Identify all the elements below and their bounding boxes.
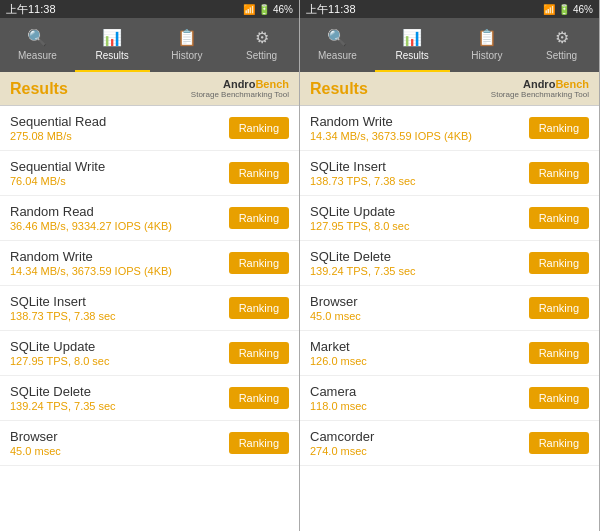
bench-item: SQLite Insert 138.73 TPS, 7.38 sec Ranki… (0, 286, 299, 331)
history-icon: 📋 (477, 28, 497, 47)
results-header: Results AndroBench Storage Benchmarking … (0, 72, 299, 106)
nav-item-measure[interactable]: 🔍 Measure (300, 18, 375, 72)
results-label: Results (395, 50, 428, 61)
bench-item: Sequential Read 275.08 MB/s Ranking (0, 106, 299, 151)
nav-item-measure[interactable]: 🔍 Measure (0, 18, 75, 72)
nav-bar: 🔍 Measure 📊 Results 📋 History ⚙ Setting (300, 18, 599, 72)
ranking-button[interactable]: Ranking (529, 207, 589, 229)
bench-item-name: Sequential Write (10, 159, 229, 174)
status-bar: 上午11:38 📶 🔋 46% (0, 0, 299, 18)
ranking-button[interactable]: Ranking (229, 252, 289, 274)
bench-item-name: SQLite Insert (310, 159, 529, 174)
bench-item-info: SQLite Insert 138.73 TPS, 7.38 sec (310, 159, 529, 187)
results-label: Results (95, 50, 128, 61)
bench-item-info: SQLite Update 127.95 TPS, 8.0 sec (310, 204, 529, 232)
bench-item-info: Browser 45.0 msec (310, 294, 529, 322)
bench-item-name: SQLite Delete (310, 249, 529, 264)
bench-item-info: Market 126.0 msec (310, 339, 529, 367)
results-icon: 📊 (402, 28, 422, 47)
measure-icon: 🔍 (327, 28, 347, 47)
bench-item-info: SQLite Insert 138.73 TPS, 7.38 sec (10, 294, 229, 322)
ranking-button[interactable]: Ranking (529, 162, 589, 184)
ranking-button[interactable]: Ranking (529, 342, 589, 364)
bench-item-info: SQLite Update 127.95 TPS, 8.0 sec (10, 339, 229, 367)
ranking-button[interactable]: Ranking (529, 297, 589, 319)
ranking-button[interactable]: Ranking (229, 207, 289, 229)
brand-bench: Bench (555, 78, 589, 90)
bench-item: SQLite Insert 138.73 TPS, 7.38 sec Ranki… (300, 151, 599, 196)
bench-item-name: Browser (310, 294, 529, 309)
brand-andro: Andro (523, 78, 555, 90)
status-bar: 上午11:38 📶 🔋 46% (300, 0, 599, 18)
bench-item-name: Random Read (10, 204, 229, 219)
ranking-button[interactable]: Ranking (229, 342, 289, 364)
status-icons: 📶 🔋 46% (543, 4, 593, 15)
nav-item-results[interactable]: 📊 Results (75, 18, 150, 72)
bench-item: Browser 45.0 msec Ranking (0, 421, 299, 466)
bench-item: Sequential Write 76.04 MB/s Ranking (0, 151, 299, 196)
bench-list: Random Write 14.34 MB/s, 3673.59 IOPS (4… (300, 106, 599, 531)
bench-item-info: Browser 45.0 msec (10, 429, 229, 457)
brand-andro: Andro (223, 78, 255, 90)
bench-item-name: Random Write (310, 114, 529, 129)
history-label: History (471, 50, 502, 61)
measure-label: Measure (318, 50, 357, 61)
status-icons: 📶 🔋 46% (243, 4, 293, 15)
setting-icon: ⚙ (555, 28, 569, 47)
bench-item-name: Random Write (10, 249, 229, 264)
bench-item-name: Camera (310, 384, 529, 399)
brand-bench: Bench (255, 78, 289, 90)
bench-item-value: 275.08 MB/s (10, 130, 229, 142)
setting-label: Setting (546, 50, 577, 61)
history-icon: 📋 (177, 28, 197, 47)
ranking-button[interactable]: Ranking (529, 117, 589, 139)
bench-item-name: SQLite Delete (10, 384, 229, 399)
ranking-button[interactable]: Ranking (229, 162, 289, 184)
ranking-button[interactable]: Ranking (229, 432, 289, 454)
nav-bar: 🔍 Measure 📊 Results 📋 History ⚙ Setting (0, 18, 299, 72)
nav-item-history[interactable]: 📋 History (450, 18, 525, 72)
bench-item: SQLite Delete 139.24 TPS, 7.35 sec Ranki… (0, 376, 299, 421)
nav-item-setting[interactable]: ⚙ Setting (524, 18, 599, 72)
bench-item-value: 138.73 TPS, 7.38 sec (10, 310, 229, 322)
ranking-button[interactable]: Ranking (529, 432, 589, 454)
setting-icon: ⚙ (255, 28, 269, 47)
results-icon: 📊 (102, 28, 122, 47)
setting-label: Setting (246, 50, 277, 61)
history-label: History (171, 50, 202, 61)
brand-sub: Storage Benchmarking Tool (191, 90, 289, 99)
bench-item-name: Browser (10, 429, 229, 444)
bench-item: Random Read 36.46 MB/s, 9334.27 IOPS (4K… (0, 196, 299, 241)
ranking-button[interactable]: Ranking (529, 252, 589, 274)
ranking-button[interactable]: Ranking (529, 387, 589, 409)
status-time: 上午11:38 (6, 2, 56, 17)
bench-item-info: Random Write 14.34 MB/s, 3673.59 IOPS (4… (310, 114, 529, 142)
andro-bench-brand: AndroBench Storage Benchmarking Tool (491, 78, 589, 99)
bench-item-info: Camera 118.0 msec (310, 384, 529, 412)
bench-item-info: SQLite Delete 139.24 TPS, 7.35 sec (10, 384, 229, 412)
measure-label: Measure (18, 50, 57, 61)
ranking-button[interactable]: Ranking (229, 297, 289, 319)
ranking-button[interactable]: Ranking (229, 117, 289, 139)
bench-item: Camcorder 274.0 msec Ranking (300, 421, 599, 466)
phone-panel-2: 上午11:38 📶 🔋 46% 🔍 Measure 📊 Results 📋 Hi… (300, 0, 600, 531)
bench-item: SQLite Update 127.95 TPS, 8.0 sec Rankin… (0, 331, 299, 376)
bench-item: Random Write 14.34 MB/s, 3673.59 IOPS (4… (300, 106, 599, 151)
results-title: Results (310, 80, 368, 98)
bench-item-value: 45.0 msec (310, 310, 529, 322)
bench-item-value: 14.34 MB/s, 3673.59 IOPS (4KB) (10, 265, 229, 277)
bench-item: Random Write 14.34 MB/s, 3673.59 IOPS (4… (0, 241, 299, 286)
ranking-button[interactable]: Ranking (229, 387, 289, 409)
bench-item: Browser 45.0 msec Ranking (300, 286, 599, 331)
nav-item-history[interactable]: 📋 History (150, 18, 225, 72)
nav-item-results[interactable]: 📊 Results (375, 18, 450, 72)
results-title: Results (10, 80, 68, 98)
nav-item-setting[interactable]: ⚙ Setting (224, 18, 299, 72)
bench-item-info: Random Read 36.46 MB/s, 9334.27 IOPS (4K… (10, 204, 229, 232)
bench-item-value: 36.46 MB/s, 9334.27 IOPS (4KB) (10, 220, 229, 232)
measure-icon: 🔍 (27, 28, 47, 47)
bench-item-name: SQLite Update (310, 204, 529, 219)
bench-item-value: 127.95 TPS, 8.0 sec (310, 220, 529, 232)
bench-item-info: Sequential Write 76.04 MB/s (10, 159, 229, 187)
bench-item-value: 274.0 msec (310, 445, 529, 457)
